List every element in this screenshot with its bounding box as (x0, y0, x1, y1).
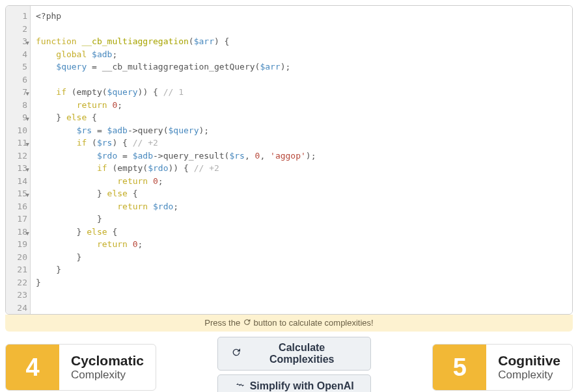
cyclomatic-score: 4 (6, 345, 59, 390)
line-number: 19 (6, 238, 27, 251)
simplify-icon (235, 380, 245, 392)
code-line[interactable] (36, 289, 567, 302)
line-number: 24 (6, 302, 27, 315)
cognitive-card: 5 Cognitive Complexity (432, 344, 573, 391)
line-number: 5 (6, 60, 27, 73)
line-gutter: 123▼4567▼89▼1011▼1213▼1415▼161718▼192021… (6, 6, 31, 314)
line-number: 14 (6, 175, 27, 188)
bottom-bar: 4 Cyclomatic Complexity Calculate Comple… (0, 337, 578, 392)
refresh-icon (231, 347, 241, 360)
cyclomatic-sub: Complexity (71, 369, 144, 382)
code-line[interactable]: $rs = $adb->query($query); (36, 124, 567, 137)
line-number: 4 (6, 48, 27, 61)
code-line[interactable]: return 0; (36, 238, 567, 251)
action-buttons: Calculate Complexities Simplify with Ope… (217, 337, 371, 392)
line-number: 10 (6, 124, 27, 137)
line-number: 22 (6, 276, 27, 289)
cognitive-score: 5 (433, 345, 486, 390)
cognitive-title: Cognitive (498, 353, 560, 369)
line-number: 3▼ (6, 35, 27, 48)
code-area[interactable]: <?php function __cb_multiaggregation($ar… (31, 6, 572, 314)
code-line[interactable]: global $adb; (36, 48, 567, 61)
line-number: 18▼ (6, 226, 27, 239)
cyclomatic-card: 4 Cyclomatic Complexity (5, 344, 156, 391)
line-number: 6 (6, 73, 27, 86)
code-line[interactable]: } (36, 213, 567, 226)
code-line[interactable] (36, 302, 567, 315)
line-number: 8 (6, 99, 27, 112)
calculate-button[interactable]: Calculate Complexities (217, 337, 371, 371)
hint-banner: Press the button to calculate complexiti… (5, 315, 573, 332)
code-line[interactable]: if ($rs) { // +2 (36, 137, 567, 150)
line-number: 21 (6, 263, 27, 276)
code-line[interactable]: function __cb_multiaggregation($arr) { (36, 35, 567, 48)
hint-text-pre: Press the (204, 318, 243, 328)
line-number: 12 (6, 150, 27, 163)
code-line[interactable] (36, 73, 567, 86)
cyclomatic-title: Cyclomatic (71, 353, 144, 369)
code-line[interactable]: return 0; (36, 175, 567, 188)
code-line[interactable]: if (empty($query)) { // 1 (36, 86, 567, 99)
code-line[interactable]: } (36, 251, 567, 264)
code-line[interactable]: } (36, 276, 567, 289)
line-number: 15▼ (6, 187, 27, 200)
code-line[interactable]: } else { (36, 226, 567, 239)
code-line[interactable]: return $rdo; (36, 200, 567, 213)
line-number: 2 (6, 23, 27, 36)
line-number: 20 (6, 251, 27, 264)
code-line[interactable]: } else { (36, 111, 567, 124)
code-line[interactable]: $query = __cb_multiaggregation_getQuery(… (36, 60, 567, 73)
simplify-label: Simplify with OpenAI (250, 380, 354, 392)
code-editor[interactable]: 123▼4567▼89▼1011▼1213▼1415▼161718▼192021… (5, 5, 573, 315)
simplify-button[interactable]: Simplify with OpenAI (217, 374, 371, 392)
code-line[interactable] (36, 23, 567, 36)
line-number: 17 (6, 213, 27, 226)
code-line[interactable]: } (36, 263, 567, 276)
line-number: 11▼ (6, 137, 27, 150)
line-number: 16 (6, 200, 27, 213)
code-line[interactable]: <?php (36, 10, 567, 23)
line-number: 9▼ (6, 111, 27, 124)
line-number: 23 (6, 289, 27, 302)
code-line[interactable]: if (empty($rdo)) { // +2 (36, 162, 567, 175)
hint-text-post: button to calculate complexities! (253, 318, 373, 328)
code-line[interactable]: } else { (36, 187, 567, 200)
line-number: 1 (6, 10, 27, 23)
code-line[interactable]: return 0; (36, 99, 567, 112)
refresh-icon (243, 318, 251, 328)
line-number: 7▼ (6, 86, 27, 99)
code-line[interactable]: $rdo = $adb->query_result($rs, 0, 'aggop… (36, 150, 567, 163)
calculate-label: Calculate Complexities (246, 342, 357, 365)
cognitive-sub: Complexity (498, 369, 560, 382)
line-number: 13▼ (6, 162, 27, 175)
